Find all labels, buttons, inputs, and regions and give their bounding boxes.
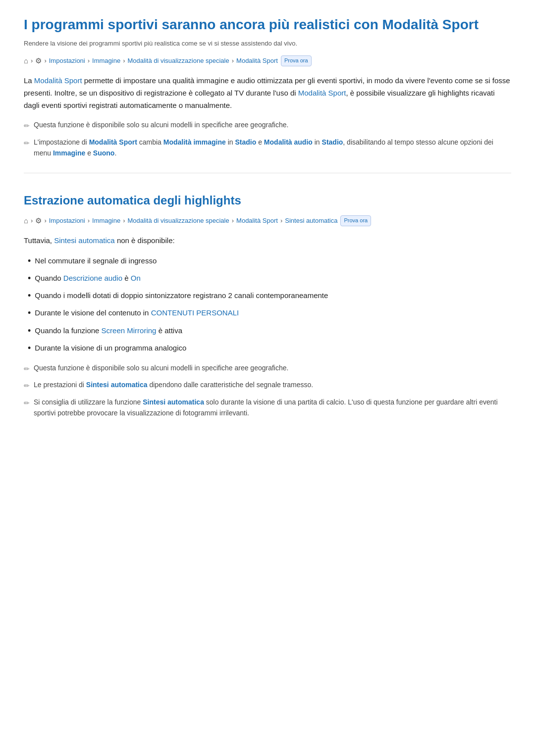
gear-icon-2: ⚙	[35, 215, 42, 227]
pencil-icon-4: ✏	[24, 380, 30, 391]
link-sintesi-auto-2[interactable]: Sintesi automatica	[86, 381, 148, 389]
bullet-item-3: Quando i modelli dotati di doppio sinton…	[28, 290, 511, 302]
pencil-icon-5: ✏	[24, 398, 30, 408]
bullet-list: Nel commutare il segnale di ingresso Qua…	[28, 255, 511, 354]
prova-ora-badge-2[interactable]: Prova ora	[340, 215, 371, 226]
intro-paragraph: La Modalità Sport permette di impostare …	[24, 75, 511, 111]
link-suono[interactable]: Suono	[93, 149, 115, 157]
bullet-item-2: Quando Descrizione audio è On	[28, 272, 511, 285]
link-stadio-1[interactable]: Stadio	[235, 138, 257, 146]
bullet-item-6: Durante la visione di un programma analo…	[28, 342, 511, 354]
bc2-modalita-sport[interactable]: Modalità Sport	[236, 216, 278, 226]
tuttavia-paragraph: Tuttavia, Sintesi automatica non è dispo…	[24, 235, 511, 247]
bc2-impostazioni[interactable]: Impostazioni	[49, 216, 85, 226]
link-modalita-sport-2[interactable]: Modalità Sport	[298, 89, 346, 97]
gear-icon: ⚙	[35, 55, 42, 67]
link-screen-mirroring[interactable]: Screen Mirroring	[102, 326, 157, 335]
pencil-icon-3: ✏	[24, 363, 30, 374]
link-sintesi-auto-3[interactable]: Sintesi automatica	[143, 398, 204, 406]
bullet-item-1: Nel commutare il segnale di ingresso	[28, 255, 511, 267]
bc2-modalita-visualizzazione[interactable]: Modalità di visualizzazione speciale	[128, 216, 229, 226]
link-immagine[interactable]: Immagine	[53, 149, 85, 157]
link-modalita-sport-3[interactable]: Modalità Sport	[89, 138, 137, 146]
bc-modalita-visualizzazione[interactable]: Modalità di visualizzazione speciale	[128, 56, 229, 66]
section-divider	[24, 173, 511, 173]
link-stadio-2[interactable]: Stadio	[322, 138, 343, 146]
bullet-item-5: Quando la funzione Screen Mirroring è at…	[28, 325, 511, 337]
link-modalita-immagine[interactable]: Modalità immagine	[163, 138, 226, 146]
section2-title: Estrazione automatica degli highlights	[24, 191, 511, 210]
s2-note-item-3: ✏ Si consiglia di utilizzare la funzione…	[24, 397, 511, 419]
link-sintesi-auto-1[interactable]: Sintesi automatica	[54, 236, 115, 245]
link-descrizione-audio[interactable]: Descrizione audio	[63, 274, 122, 282]
bc-modalita-sport[interactable]: Modalità Sport	[236, 56, 278, 66]
bc2-immagine[interactable]: Immagine	[92, 216, 120, 226]
note-item-2: ✏ L'impostazione di Modalità Sport cambi…	[24, 137, 511, 159]
bc2-sintesi-automatica[interactable]: Sintesi automatica	[285, 216, 337, 226]
pencil-icon-2: ✏	[24, 138, 30, 149]
breadcrumb-1: ⌂ › ⚙ › Impostazioni › Immagine › Modali…	[24, 55, 511, 67]
link-contenuti-personali[interactable]: CONTENUTI PERSONALI	[151, 308, 239, 317]
prova-ora-badge-1[interactable]: Prova ora	[281, 55, 312, 66]
page-subtitle: Rendere la visione dei programmi sportiv…	[24, 39, 511, 49]
link-modalita-sport-1[interactable]: Modalità Sport	[34, 76, 82, 85]
home-icon-2: ⌂	[24, 215, 28, 227]
s2-note-item-1: ✏ Questa funzione è disponibile solo su …	[24, 362, 511, 374]
notes-list-2: ✏ Questa funzione è disponibile solo su …	[24, 362, 511, 419]
s2-note-item-2: ✏ Le prestazioni di Sintesi automatica d…	[24, 379, 511, 391]
bc-immagine[interactable]: Immagine	[92, 56, 120, 66]
home-icon: ⌂	[24, 55, 28, 67]
bullet-item-4: Durante le visione del contenuto in CONT…	[28, 307, 511, 319]
on-label: On	[131, 274, 141, 282]
bc-impostazioni[interactable]: Impostazioni	[49, 56, 85, 66]
note-item-1: ✏ Questa funzione è disponibile solo su …	[24, 119, 511, 131]
breadcrumb-2: ⌂ › ⚙ › Impostazioni › Immagine › Modali…	[24, 215, 511, 227]
link-modalita-audio[interactable]: Modalità audio	[264, 138, 313, 146]
pencil-icon-1: ✏	[24, 120, 30, 131]
notes-list-1: ✏ Questa funzione è disponibile solo su …	[24, 119, 511, 158]
page-title: I programmi sportivi saranno ancora più …	[24, 16, 511, 34]
